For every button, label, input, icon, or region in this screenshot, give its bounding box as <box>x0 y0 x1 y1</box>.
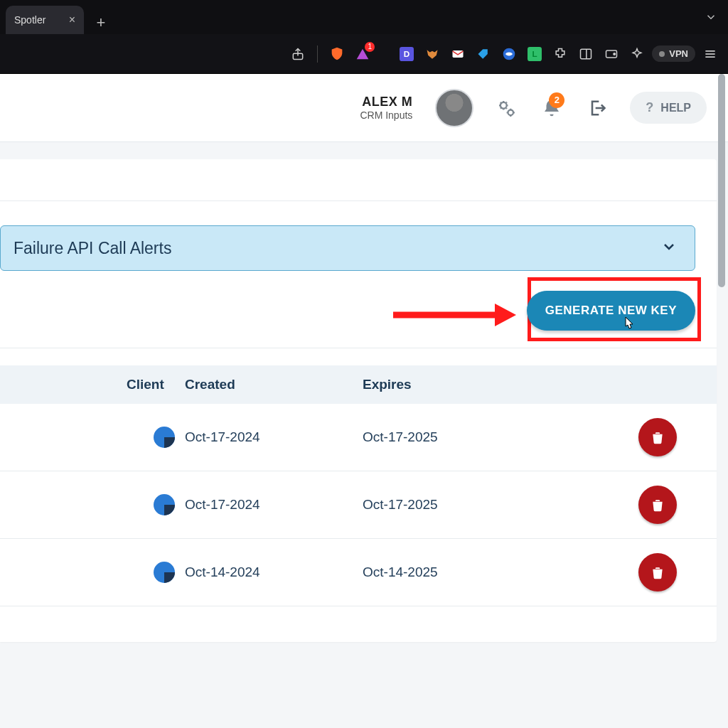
table-row: Oct-14-2024 Oct-14-2025 <box>0 539 717 606</box>
content: Failure API Call Alerts GENERATE NEW KEY <box>0 159 728 642</box>
th-expires: Expires <box>363 377 638 392</box>
svg-rect-7 <box>581 49 592 58</box>
extensions-icon[interactable] <box>550 43 571 65</box>
browser-toolbar: 1 D L VPN <box>0 34 728 74</box>
browser-tab[interactable]: Spotler × <box>6 6 84 34</box>
triangle-ext-icon[interactable]: 1 <box>352 43 373 65</box>
annotation-arrow <box>390 301 518 329</box>
generate-row: GENERATE NEW KEY <box>0 271 717 348</box>
ext-d-icon[interactable]: D <box>396 43 417 65</box>
sidepanel-icon[interactable] <box>575 43 596 65</box>
client-icon <box>152 493 176 517</box>
ext-tag-icon[interactable] <box>473 43 494 65</box>
question-icon: ? <box>646 100 653 115</box>
created-cell: Oct-17-2024 <box>185 497 363 513</box>
notification-icon[interactable]: 2 <box>539 95 564 121</box>
ext-l-icon[interactable]: L <box>524 43 545 65</box>
user-name: ALEX M <box>360 95 412 109</box>
user-subtitle: CRM Inputs <box>360 109 412 121</box>
ext-mail-icon[interactable] <box>447 43 469 65</box>
wallet-icon[interactable] <box>601 43 622 65</box>
client-cell <box>0 560 185 584</box>
delete-button[interactable] <box>638 486 677 524</box>
svg-point-10 <box>614 53 616 55</box>
client-cell <box>0 493 185 517</box>
svg-point-14 <box>500 102 507 108</box>
vpn-status-dot <box>659 51 665 57</box>
expires-cell: Oct-14-2025 <box>363 564 638 580</box>
table-row: Oct-17-2024 Oct-17-2025 <box>0 471 717 539</box>
vpn-label: VPN <box>669 48 688 59</box>
svg-marker-17 <box>495 304 516 326</box>
client-icon <box>152 425 176 449</box>
tab-strip: Spotler × + <box>0 0 728 34</box>
hamburger-icon[interactable] <box>700 43 721 65</box>
ext-badge: 1 <box>365 42 375 52</box>
svg-point-15 <box>508 109 514 115</box>
trash-icon <box>651 497 665 513</box>
delete-button[interactable] <box>638 553 677 592</box>
delete-button[interactable] <box>638 418 677 456</box>
created-cell: Oct-17-2024 <box>185 429 363 445</box>
vpn-button[interactable]: VPN <box>652 46 695 62</box>
settings-icon[interactable] <box>493 95 519 121</box>
tabs-overflow-button[interactable] <box>700 0 722 34</box>
chevron-down-icon <box>660 238 678 258</box>
api-keys-table: Client Created Expires Oct-17-2024 Oct-1… <box>0 365 717 606</box>
generate-label: GENERATE NEW KEY <box>545 304 677 317</box>
table-row: Oct-17-2024 Oct-17-2025 <box>0 404 717 471</box>
collapse-title: Failure API Call Alerts <box>14 239 171 258</box>
cursor-pointer-icon <box>621 316 636 336</box>
page: ALEX M CRM Inputs 2 ? HELP Failure API C… <box>0 74 728 728</box>
app-header: ALEX M CRM Inputs 2 ? HELP <box>0 74 728 142</box>
trash-icon <box>651 429 665 445</box>
help-label: HELP <box>660 102 691 114</box>
scrollbar-thumb[interactable] <box>718 74 725 287</box>
expires-cell: Oct-17-2025 <box>363 429 638 445</box>
expires-cell: Oct-17-2025 <box>363 497 638 513</box>
trash-icon <box>651 564 665 580</box>
th-created: Created <box>185 377 363 392</box>
close-icon[interactable]: × <box>69 14 75 26</box>
table-header: Client Created Expires <box>0 365 717 404</box>
settings-card: Failure API Call Alerts GENERATE NEW KEY <box>0 159 717 642</box>
ext-swirl-icon[interactable] <box>498 43 520 65</box>
avatar[interactable] <box>435 89 473 127</box>
client-cell <box>0 425 185 449</box>
notification-badge: 2 <box>549 92 564 108</box>
new-tab-button[interactable]: + <box>90 11 112 34</box>
svg-text:D: D <box>404 49 410 58</box>
browser-chrome: Spotler × + 1 D L VPN <box>0 0 728 74</box>
th-client: Client <box>0 377 185 392</box>
logout-icon[interactable] <box>584 95 610 121</box>
scrollbar[interactable] <box>717 74 727 728</box>
client-icon <box>152 560 176 584</box>
user-block: ALEX M CRM Inputs <box>360 95 412 121</box>
share-icon[interactable] <box>287 43 309 65</box>
collapse-panel[interactable]: Failure API Call Alerts <box>0 225 695 271</box>
help-button[interactable]: ? HELP <box>630 92 707 124</box>
sparkle-icon[interactable] <box>626 43 648 65</box>
shield-icon[interactable] <box>326 43 348 65</box>
generate-new-key-button[interactable]: GENERATE NEW KEY <box>527 291 695 331</box>
card-body: Failure API Call Alerts GENERATE NEW KEY <box>0 200 717 606</box>
ext-fox-icon[interactable] <box>422 43 443 65</box>
tab-title: Spotler <box>14 14 46 26</box>
created-cell: Oct-14-2024 <box>185 564 363 580</box>
toolbar-separator <box>317 46 318 63</box>
svg-text:L: L <box>532 49 537 58</box>
